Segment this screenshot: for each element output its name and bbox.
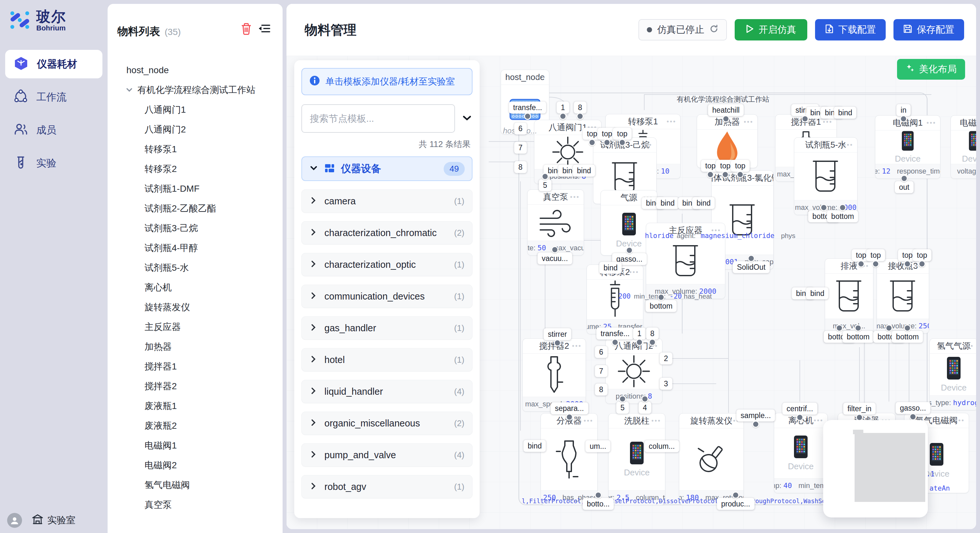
more-icon[interactable]: •••: [823, 118, 832, 125]
sidebar-item-workflow[interactable]: 工作流: [5, 83, 102, 111]
tree-item[interactable]: 有机化学流程综合测试工作站: [108, 80, 283, 100]
category-row-robot_agv[interactable]: robot_agv(1): [301, 475, 473, 498]
port-dot[interactable]: [636, 339, 643, 346]
tree-item[interactable]: 转移泵1: [108, 139, 283, 159]
more-icon[interactable]: •••: [629, 268, 639, 276]
download-config-button[interactable]: 下载配置: [815, 19, 886, 40]
refresh-icon[interactable]: [710, 24, 719, 36]
more-icon[interactable]: •••: [572, 342, 582, 350]
simulation-status-pill[interactable]: 仿真已停止: [638, 19, 727, 40]
category-row-characterization_optic[interactable]: characterization_optic(1): [301, 253, 473, 276]
tree-item[interactable]: 氢气电磁阀: [108, 475, 283, 495]
canvas-node[interactable]: 接收瓶3•••max_volume: 250: [877, 259, 929, 333]
category-row-organic_miscellaneous[interactable]: organic_miscellaneous(2): [301, 412, 473, 435]
port-dot[interactable]: [707, 171, 714, 178]
category-row-pump_and_valve[interactable]: pump_and_valve(4): [301, 443, 473, 466]
port-dot[interactable]: [619, 139, 626, 146]
port-dot[interactable]: [551, 246, 558, 253]
tree-item[interactable]: 八通阀门2: [108, 119, 283, 139]
canvas-node[interactable]: 真空泵•••pump_rate: 50max_vacuum: 0.1: [527, 189, 584, 255]
port-dot[interactable]: [722, 171, 729, 178]
port-dot[interactable]: [611, 339, 619, 346]
port-dot[interactable]: [752, 420, 759, 428]
port-dot[interactable]: [904, 324, 911, 332]
node-preview-popup[interactable]: [823, 420, 928, 517]
category-row-characterization_chromatic[interactable]: characterization_chromatic(2): [301, 221, 473, 244]
sidebar-item-experiments[interactable]: 实验: [5, 149, 102, 178]
sidebar-item-members[interactable]: 成员: [5, 116, 102, 144]
tree-item[interactable]: 离心机: [108, 278, 283, 297]
tree-item[interactable]: 真空泵: [108, 495, 283, 514]
tree-item[interactable]: 转移泵2: [108, 159, 283, 179]
port-dot[interactable]: [732, 492, 739, 499]
port-dot[interactable]: [872, 260, 879, 268]
flow-canvas[interactable]: 有机化学流程综合测试工作站 l,FilterProtocol,CleanVess…: [286, 56, 976, 529]
port-dot[interactable]: [566, 414, 573, 420]
tree-item[interactable]: 主反应器: [108, 317, 283, 337]
canvas-node[interactable]: 搅拌器2•••max_speed: 2000: [522, 338, 586, 412]
canvas-node[interactable]: 排液•••max_vol...: [825, 259, 873, 333]
more-icon[interactable]: •••: [667, 118, 676, 125]
save-config-button[interactable]: 保存配置: [894, 19, 964, 40]
tree-item[interactable]: 搅拌器2: [108, 376, 283, 396]
more-icon[interactable]: •••: [843, 141, 853, 149]
tree-item[interactable]: host_node: [108, 60, 283, 80]
more-icon[interactable]: •••: [584, 417, 593, 425]
tree-item[interactable]: 试剂瓶4-甲醇: [108, 238, 283, 258]
port-dot[interactable]: [909, 413, 916, 420]
more-icon[interactable]: •••: [760, 174, 769, 182]
more-icon[interactable]: •••: [643, 141, 652, 149]
port-dot[interactable]: [900, 115, 907, 122]
tree-item[interactable]: 试剂瓶2-乙酸乙酯: [108, 198, 283, 218]
canvas-node[interactable]: 洗脱柱•••Devicediameter: 2.5column_type: si: [608, 413, 665, 505]
port-dot[interactable]: [858, 260, 865, 268]
category-row-camera[interactable]: camera(1): [301, 189, 473, 213]
port-dot[interactable]: [657, 294, 665, 301]
sidebar-item-instruments[interactable]: 仪器耗材: [5, 50, 102, 78]
port-dot[interactable]: [541, 173, 549, 180]
category-row-hotel[interactable]: hotel(1): [301, 348, 473, 371]
port-dot[interactable]: [796, 414, 803, 421]
port-dot[interactable]: [836, 324, 843, 332]
port-dot[interactable]: [904, 260, 911, 268]
lab-switcher[interactable]: 实验室: [32, 514, 75, 528]
port-dot[interactable]: [820, 204, 827, 211]
more-icon[interactable]: •••: [814, 417, 824, 424]
port-dot[interactable]: [554, 339, 561, 346]
category-row-gas_handler[interactable]: gas_handler(1): [301, 316, 473, 339]
category-row-communication_devices[interactable]: communication_devices(1): [301, 285, 473, 308]
more-icon[interactable]: •••: [955, 417, 965, 424]
port-dot[interactable]: [722, 115, 730, 122]
delete-icon[interactable]: [240, 23, 252, 36]
more-icon[interactable]: •••: [570, 194, 580, 201]
tree-item[interactable]: 电磁阀1: [108, 436, 283, 455]
port-dot[interactable]: [748, 255, 755, 262]
canvas-node[interactable]: 电磁阀2•••Devicevoltage: 12: [950, 115, 976, 179]
search-template-input[interactable]: [301, 104, 455, 133]
port-dot[interactable]: [576, 113, 584, 120]
port-dot[interactable]: [802, 115, 808, 122]
tree-item[interactable]: 试剂瓶5-水: [108, 258, 283, 278]
more-icon[interactable]: •••: [535, 73, 545, 81]
chevron-down-icon[interactable]: [461, 113, 473, 125]
tree-item[interactable]: 试剂瓶1-DMF: [108, 179, 283, 198]
port-dot[interactable]: [603, 139, 611, 146]
avatar[interactable]: [7, 513, 22, 528]
canvas-node[interactable]: 电磁阀1•••Devicevoltage: 12response_time: 0…: [875, 115, 940, 179]
port-dot[interactable]: [626, 247, 633, 254]
canvas-node[interactable]: 旋转蒸发仪•••temp: 180max_rotation_...: [679, 413, 744, 505]
more-icon[interactable]: •••: [744, 118, 754, 125]
collapse-list-icon[interactable]: [258, 23, 271, 36]
port-dot[interactable]: [589, 139, 596, 146]
tree-item[interactable]: 八通阀门1: [108, 100, 283, 119]
port-dot[interactable]: [854, 324, 862, 332]
tree-item[interactable]: 加热器: [108, 337, 283, 357]
more-icon[interactable]: •••: [964, 342, 974, 350]
canvas-node[interactable]: 分液器•••volume: 250has_phases: true: [541, 413, 598, 505]
beautify-layout-button[interactable]: 美化布局: [897, 59, 965, 80]
tree-item[interactable]: 搅拌器1: [108, 357, 283, 376]
group-instrument-devices[interactable]: 仪器设备 49: [301, 156, 473, 181]
more-icon[interactable]: •••: [651, 417, 661, 425]
port-dot[interactable]: [885, 324, 892, 332]
tree-item[interactable]: 旋转蒸发仪: [108, 297, 283, 317]
